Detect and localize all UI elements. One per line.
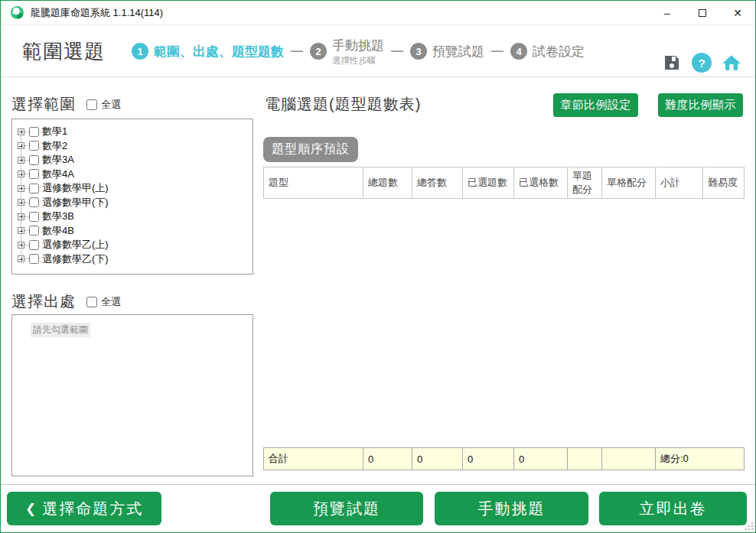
preview-questions-button[interactable]: 預覽試題 — [270, 492, 423, 525]
header: 範圍選題 1 範圍、出處、題型題數 — 2 手動挑題 選擇性步驟 — 3 預覽試… — [1, 25, 755, 77]
tree-item[interactable]: 數學3A — [17, 153, 249, 167]
expand-plus-icon[interactable] — [18, 128, 24, 135]
tree-item[interactable]: 數學3B — [17, 210, 249, 224]
expand-plus-icon[interactable] — [18, 213, 24, 220]
step-dash: — — [291, 44, 303, 58]
footer-bar: ❮ 選擇命題方式 預覽試題 手動挑題 立即出卷 — [1, 484, 755, 533]
tree-item-label[interactable]: 選修數學乙(上) — [42, 238, 109, 252]
tree-item-checkbox[interactable] — [29, 169, 39, 179]
chapter-ratio-button[interactable]: 章節比例設定 — [553, 93, 638, 117]
source-hint: 請先勾選範圍 — [31, 323, 90, 337]
expand-plus-icon[interactable] — [18, 199, 24, 206]
tree-item[interactable]: 選修數學甲(下) — [17, 196, 249, 210]
computer-selection-title: 電腦選題(題型題數表) — [265, 94, 421, 115]
expand-plus-icon[interactable] — [18, 185, 24, 192]
home-icon — [722, 53, 741, 73]
range-tree[interactable]: 數學1 數學2 數學3A 數學4A 選修數學甲(上) — [11, 119, 253, 275]
tree-item-label[interactable]: 數學4A — [42, 167, 74, 181]
per-cell-score-value — [602, 448, 656, 470]
table-total-row: 合計 0 0 0 0 總分:0 — [264, 448, 745, 470]
chevron-left-icon: ❮ — [25, 501, 36, 517]
tree-item-label[interactable]: 數學3B — [42, 210, 74, 223]
tree-item[interactable]: 選修數學乙(上) — [17, 238, 249, 252]
tree-item-label[interactable]: 數學2 — [42, 139, 67, 153]
tree-item-label[interactable]: 選修數學甲(上) — [42, 181, 109, 195]
col-header-selected-cells: 已選格數 — [514, 167, 568, 199]
tree-item-label[interactable]: 選修數學乙(下) — [42, 252, 109, 266]
total-answers-value: 0 — [412, 448, 463, 470]
expand-plus-icon[interactable] — [18, 255, 24, 262]
resize-grip[interactable] — [745, 522, 753, 530]
close-button[interactable]: ✕ — [720, 1, 755, 24]
range-select-all-checkbox[interactable] — [86, 99, 97, 110]
total-questions-value: 0 — [363, 448, 412, 470]
tree-item-checkbox[interactable] — [29, 141, 39, 151]
col-header-difficulty: 難易度 — [703, 167, 745, 199]
step-1-range: 1 範圍、出處、題型題數 — [132, 43, 284, 60]
type-order-default-button[interactable]: 題型順序預設 — [263, 137, 358, 162]
tree-item[interactable]: 數學4B — [17, 224, 249, 239]
col-header-per-cell-score: 單格配分 — [602, 167, 656, 199]
total-label: 合計 — [264, 448, 363, 470]
home-button[interactable] — [722, 53, 741, 73]
difficulty-ratio-button[interactable]: 難度比例顯示 — [658, 93, 743, 117]
tree-item-checkbox[interactable] — [29, 226, 39, 236]
save-icon — [663, 54, 681, 72]
expand-plus-icon[interactable] — [18, 171, 24, 177]
range-select-all-label[interactable]: 全選 — [101, 98, 121, 112]
step-3-circle: 3 — [410, 43, 427, 60]
tree-item-checkbox[interactable] — [29, 127, 39, 137]
expand-plus-icon[interactable] — [18, 142, 24, 149]
window-title: 龍騰題庫命題系統 1.1.14(114) — [31, 6, 163, 20]
source-section-header: 選擇出處 全選 — [11, 291, 121, 312]
expand-plus-icon[interactable] — [18, 157, 24, 164]
step-4-label: 試卷設定 — [533, 43, 585, 60]
tree-item-label[interactable]: 選修數學甲(下) — [42, 196, 109, 210]
page-title: 範圍選題 — [22, 38, 105, 65]
col-header-total-questions: 總題數 — [363, 167, 412, 199]
tree-item-label[interactable]: 數學3A — [42, 153, 74, 167]
step-1-label: 範圍、出處、題型題數 — [154, 43, 284, 60]
tree-item[interactable]: 選修數學乙(下) — [17, 252, 249, 267]
step-2-manual-pick: 2 手動挑題 選擇性步驟 — [310, 37, 384, 67]
total-score-value: 總分:0 — [656, 448, 745, 470]
source-select-all-checkbox[interactable] — [86, 297, 97, 307]
tree-item[interactable]: 數學1 — [17, 125, 249, 139]
source-list[interactable]: 請先勾選範圍 — [11, 314, 253, 476]
expand-plus-icon[interactable] — [18, 242, 24, 249]
app-logo-icon — [11, 6, 24, 19]
tree-item[interactable]: 數學4A — [17, 167, 249, 182]
tree-item-label[interactable]: 數學1 — [42, 125, 67, 138]
tree-item-label[interactable]: 數學4B — [42, 224, 74, 238]
tree-item-checkbox[interactable] — [29, 155, 39, 165]
manual-pick-button[interactable]: 手動挑題 — [435, 492, 588, 525]
source-select-all-label[interactable]: 全選 — [101, 295, 121, 309]
col-header-question-type: 題型 — [264, 167, 363, 199]
maximize-button[interactable] — [685, 1, 720, 24]
back-select-method-button[interactable]: ❮ 選擇命題方式 — [7, 492, 161, 525]
tree-item[interactable]: 數學2 — [17, 139, 249, 154]
generate-exam-button[interactable]: 立即出卷 — [599, 492, 747, 525]
minimize-button[interactable]: – — [650, 1, 685, 24]
help-icon: ? — [698, 57, 705, 70]
table-header-row: 題型 總題數 總答數 已選題數 已選格數 單題配分 單格配分 小計 難易度 — [264, 167, 745, 199]
step-2-sublabel: 選擇性步驟 — [332, 55, 376, 67]
col-header-subtotal: 小計 — [656, 167, 703, 199]
tree-item-checkbox[interactable] — [29, 184, 39, 193]
question-type-table: 題型 總題數 總答數 已選題數 已選格數 單題配分 單格配分 小計 難易度 合計… — [263, 167, 745, 470]
step-indicator: 1 範圍、出處、題型題數 — 2 手動挑題 選擇性步驟 — 3 預覽試題 — 4… — [132, 25, 585, 77]
save-button[interactable] — [662, 53, 682, 73]
tree-item-checkbox[interactable] — [29, 197, 39, 207]
tree-item-checkbox[interactable] — [29, 212, 39, 222]
tree-item-checkbox[interactable] — [29, 240, 39, 250]
tree-item-checkbox[interactable] — [29, 254, 39, 264]
step-2-label: 手動挑題 — [332, 37, 384, 54]
main-content: 選擇範圍 全選 數學1 數學2 數學3A — [1, 77, 755, 484]
per-question-score-value — [568, 448, 602, 470]
tree-item[interactable]: 選修數學甲(上) — [17, 181, 249, 196]
help-button[interactable]: ? — [692, 53, 712, 73]
step-4-settings: 4 試卷設定 — [510, 43, 585, 60]
col-header-total-answers: 總答數 — [412, 167, 463, 199]
expand-plus-icon[interactable] — [18, 227, 24, 234]
step-2-circle: 2 — [310, 43, 327, 60]
